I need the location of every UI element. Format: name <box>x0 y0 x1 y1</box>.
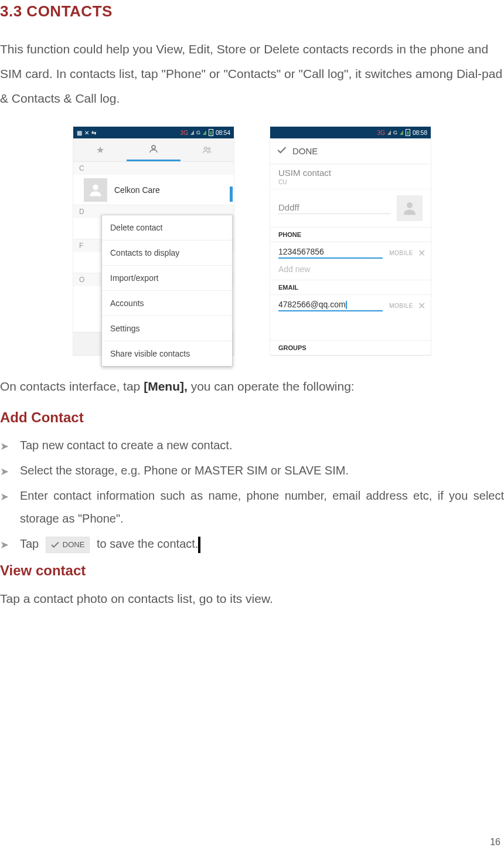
svg-point-9 <box>407 202 413 208</box>
phone-type[interactable]: MOBILE <box>386 250 413 256</box>
tab-contacts[interactable] <box>127 138 180 161</box>
email-field-row: 4782566@qq.com MOBILE ✕ <box>270 295 431 314</box>
email-type[interactable]: MOBILE <box>386 303 413 309</box>
bullet-chevron-icon: ➤ <box>0 533 20 555</box>
signal-icon <box>387 130 391 135</box>
signal-icon <box>190 130 194 135</box>
usim-sublabel: CU <box>278 179 423 185</box>
view-contact-heading: View contact <box>0 562 504 579</box>
menu-item-share-visible[interactable]: Share visible contacts <box>102 341 232 366</box>
clock: 08:54 <box>216 130 230 136</box>
svg-point-2 <box>208 147 210 150</box>
list-item: ➤Select the storage, e.g. Phone or MASTE… <box>0 459 504 482</box>
contact-row[interactable]: Celkon Care <box>73 175 234 205</box>
phone-input[interactable]: 1234567856 <box>278 247 383 259</box>
email-input[interactable]: 4782566@qq.com <box>278 300 383 311</box>
person-icon <box>148 144 159 154</box>
battery-icon <box>406 129 410 136</box>
svg-point-3 <box>93 184 98 189</box>
phone-field-row: 1234567856 MOBILE ✕ <box>270 242 431 261</box>
list-item: ➤Enter contact information such as name,… <box>0 484 504 530</box>
check-icon <box>50 540 60 550</box>
remove-field-icon[interactable]: ✕ <box>417 248 426 257</box>
list-item: ➤ Tap DONE to save the contact. <box>0 533 504 555</box>
remove-field-icon[interactable]: ✕ <box>417 301 426 310</box>
menu-bold: [Menu], <box>144 379 188 393</box>
context-menu: Delete contact Contacts to display Impor… <box>101 215 233 367</box>
status-icon: ✕ <box>84 130 89 136</box>
add-contact-heading: Add Contact <box>0 409 504 426</box>
view-contact-paragraph: Tap a contact photo on contacts list, go… <box>0 587 504 611</box>
name-input[interactable]: Dddff <box>278 202 391 214</box>
menu-item-settings[interactable]: Settings <box>102 316 232 341</box>
signal-icon <box>400 130 403 135</box>
battery-icon <box>209 129 213 136</box>
phone-section-label: PHONE <box>270 227 431 242</box>
network-3g-icon: 3G <box>181 130 188 136</box>
bullet-chevron-icon: ➤ <box>0 484 20 507</box>
tab-bar: ★ <box>73 138 234 162</box>
signal-icon <box>203 130 206 135</box>
tab-favorites[interactable]: ★ <box>73 138 127 161</box>
intro-paragraph: This function could help you View, Edit,… <box>0 37 504 111</box>
menu-item-contacts-to-display[interactable]: Contacts to display <box>102 240 232 266</box>
bullet-chevron-icon: ➤ <box>0 434 20 457</box>
alpha-divider: C <box>73 162 234 175</box>
menu-item-delete-contact[interactable]: Delete contact <box>102 215 232 240</box>
name-row: Dddff <box>270 189 431 227</box>
bullet-chevron-icon: ➤ <box>0 459 20 482</box>
page-number: 16 <box>490 837 500 847</box>
status-icon: ▦ <box>77 130 82 136</box>
screenshot-edit-contact: 3G G 08:58 DONE USIM contact CU Ddd <box>270 126 431 356</box>
tab-groups[interactable] <box>181 138 234 161</box>
network-g-icon: G <box>196 130 200 135</box>
add-contact-list: ➤Tap new contact to create a new contact… <box>0 434 504 555</box>
avatar-placeholder[interactable] <box>397 195 423 221</box>
menu-item-accounts[interactable]: Accounts <box>102 291 232 316</box>
screenshot-row: ▦ ✕ ⇆ 3G G 08:54 ★ <box>0 126 504 356</box>
text-cursor <box>198 537 200 553</box>
account-type-row[interactable]: USIM contact CU <box>270 164 431 189</box>
email-section-label: EMAIL <box>270 280 431 295</box>
contact-name: Celkon Care <box>114 185 160 195</box>
done-chip: DONE <box>46 537 90 553</box>
group-icon <box>201 145 213 155</box>
network-3g-icon: 3G <box>377 130 385 136</box>
clock: 08:58 <box>413 130 427 136</box>
menu-item-import-export[interactable]: Import/export <box>102 266 232 291</box>
add-new-phone[interactable]: Add new <box>270 261 431 280</box>
scroll-indicator <box>230 187 233 202</box>
groups-section-label: GROUPS <box>270 340 431 355</box>
svg-point-0 <box>152 145 155 149</box>
section-title: 3.3 CONTACTS <box>0 2 504 21</box>
svg-point-1 <box>205 147 207 150</box>
avatar <box>84 178 107 202</box>
done-label: DONE <box>292 146 318 156</box>
usim-contact-label: USIM contact <box>278 168 423 178</box>
star-icon: ★ <box>96 144 104 155</box>
status-icon: ⇆ <box>91 130 96 136</box>
network-g-icon: G <box>393 130 397 135</box>
text-cursor <box>346 301 347 309</box>
done-button[interactable]: DONE <box>270 138 431 164</box>
status-bar: ▦ ✕ ⇆ 3G G 08:54 <box>73 127 234 138</box>
screenshot-contacts-menu: ▦ ✕ ⇆ 3G G 08:54 ★ <box>73 126 234 356</box>
status-bar: 3G G 08:58 <box>270 127 431 138</box>
list-item: ➤Tap new contact to create a new contact… <box>0 434 504 457</box>
menu-tip-paragraph: On contacts interface, tap [Menu], you c… <box>0 375 504 399</box>
check-icon <box>276 144 288 158</box>
